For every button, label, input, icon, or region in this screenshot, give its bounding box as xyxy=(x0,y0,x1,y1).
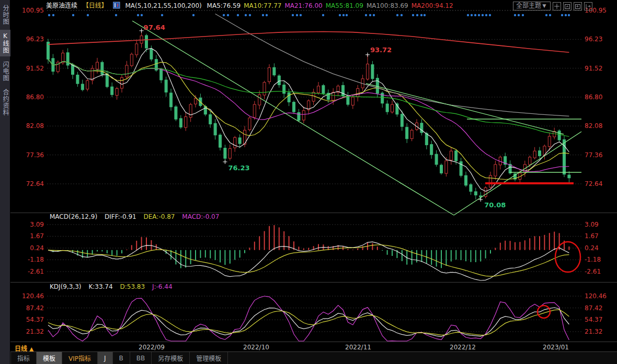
kdj-k: K:33.74 xyxy=(88,283,112,290)
y-axis-label: 72.64 xyxy=(585,180,602,187)
y-axis-label: 21.32 xyxy=(26,328,44,335)
y-axis-label: 91.52 xyxy=(26,65,44,72)
ma-values: MA5:76.59MA10:77.77MA21:76.00MA55:81.09M… xyxy=(207,2,456,9)
sidebar: 分时图K线图闪电图合约资料 xyxy=(0,0,10,364)
macd-diff: DIFF:-0.91 xyxy=(105,213,136,220)
anchor-cross xyxy=(478,197,483,202)
signal-dots xyxy=(48,14,570,16)
chart-canvas[interactable]: 100.95100.9596.2396.2391.5291.5286.8086.… xyxy=(0,0,617,364)
y-axis-label: 96.23 xyxy=(585,36,602,43)
price-annotation: 93.72 xyxy=(370,46,392,54)
y-axis-label: 86.80 xyxy=(26,93,44,101)
y-axis-label: 54.37 xyxy=(585,316,602,323)
y-axis-label: 86.80 xyxy=(585,93,602,101)
anchor-cross xyxy=(223,160,227,164)
y-axis-label: 87.42 xyxy=(585,304,602,312)
y-axis-label: -1.18 xyxy=(585,256,601,263)
x-axis-date: 2023/01 xyxy=(543,344,569,351)
sidebar-item-合约资料[interactable]: 合约资料 xyxy=(0,86,10,119)
ma-group-label: MA(5,10,21,55,100,200) xyxy=(125,2,202,9)
highlight-circle xyxy=(555,242,580,272)
y-axis-label: 3.09 xyxy=(585,221,599,228)
y-axis-label: 54.37 xyxy=(26,316,44,323)
header-controls: 全部主题▼ xyxy=(513,2,592,10)
anchor-cross xyxy=(365,53,370,57)
x-axis-date: 2022/11 xyxy=(345,344,371,351)
x-axis-date: 2022/10 xyxy=(243,344,269,351)
ma-value: MA10:77.77 xyxy=(244,2,281,9)
ma-value: MA55:81.09 xyxy=(326,2,363,9)
y-axis-label: 87.42 xyxy=(26,304,44,312)
kdj-label-row: KDJ(9,3,3) K:33.74 D:53.83 J:-6.44 xyxy=(50,283,178,290)
ma-value: MA100:83.69 xyxy=(367,2,408,9)
macd-name: MACD(26,12,9) xyxy=(50,213,97,220)
y-axis-label: 77.36 xyxy=(26,151,44,159)
tab-另存模板[interactable]: 另存模板 xyxy=(152,352,190,364)
trendline xyxy=(454,132,581,215)
y-axis-label: 1.67 xyxy=(30,232,44,240)
theme-dropdown-button[interactable]: 全部主题▼ xyxy=(513,2,551,10)
y-axis-label: 100.95 xyxy=(22,7,44,14)
pane-up-icon[interactable] xyxy=(563,2,572,10)
price-annotation: 97.64 xyxy=(144,24,165,31)
y-axis-label: 0.24 xyxy=(30,244,44,252)
y-axis-label: 1.67 xyxy=(585,232,599,240)
y-axis-label: 82.08 xyxy=(585,122,602,130)
tab-BB[interactable]: BB xyxy=(130,352,152,364)
kdj-name: KDJ(9,3,3) xyxy=(50,283,82,290)
ma-value: MA5:76.59 xyxy=(207,2,241,9)
bottom-tabs: 指标模板VIP指标JBBB另存模板管理模板 xyxy=(10,351,617,364)
tab-管理模板[interactable]: 管理模板 xyxy=(190,352,228,364)
crosshair-icon[interactable] xyxy=(553,2,561,10)
y-axis-label: 77.36 xyxy=(585,151,602,159)
y-axis-label: 82.08 xyxy=(26,122,44,130)
period-tag: 【日线】 xyxy=(83,2,108,9)
tab-指标[interactable]: 指标 xyxy=(10,352,37,364)
j-line xyxy=(48,296,569,341)
y-axis-label: -2.61 xyxy=(28,268,44,275)
kdj-d: D:53.83 xyxy=(120,283,145,290)
sidebar-item-闪电图[interactable]: 闪电图 xyxy=(0,58,10,84)
kline-chart-icon xyxy=(113,2,120,9)
kdj-j: J:-6.44 xyxy=(152,283,173,290)
tab-B[interactable]: B xyxy=(113,352,130,364)
y-axis-label: 21.32 xyxy=(585,328,602,335)
trading-app-window: 100.95100.9596.2396.2391.5291.5286.8086.… xyxy=(0,0,617,364)
trendline xyxy=(132,21,454,215)
symbol-title: 美原油连续 xyxy=(46,2,77,9)
ma-value: MA21:76.00 xyxy=(284,2,322,9)
tab-J[interactable]: J xyxy=(98,352,113,364)
tab-模板[interactable]: 模板 xyxy=(37,352,62,364)
pane-right-icon[interactable] xyxy=(574,2,582,10)
ma-value: MA200:94.12 xyxy=(412,2,453,9)
y-axis-label: 96.23 xyxy=(26,36,44,43)
anchor-cross xyxy=(140,29,144,33)
x-axis-date: 2022/09 xyxy=(139,344,165,351)
price-annotation: 76.23 xyxy=(228,164,249,172)
y-axis-label: 72.64 xyxy=(26,180,44,187)
k-line xyxy=(48,308,569,337)
price-annotation: 70.08 xyxy=(484,201,506,209)
y-axis-label: -1.18 xyxy=(28,256,44,263)
macd-dea: DEA:-0.87 xyxy=(144,213,175,220)
y-axis-label: 3.09 xyxy=(30,221,44,228)
y-axis-label: 0.24 xyxy=(585,244,599,252)
macd-value: MACD:-0.07 xyxy=(182,213,219,220)
tab-VIP指标[interactable]: VIP指标 xyxy=(62,352,98,364)
chart-header: 美原油连续 【日线】 MA(5,10,21,55,100,200) MA5:76… xyxy=(46,0,460,11)
diff-line xyxy=(48,242,569,280)
sidebar-item-分时图[interactable]: 分时图 xyxy=(0,2,10,28)
candlesticks xyxy=(47,31,570,199)
x-axis-date: 2022/12 xyxy=(450,344,476,351)
y-axis-label: -2.61 xyxy=(585,268,601,275)
y-axis-label: 91.52 xyxy=(585,65,602,72)
macd-label-row: MACD(26,12,9) DIFF:-0.91 DEA:-0.87 MACD:… xyxy=(50,213,224,220)
exit-icon[interactable] xyxy=(584,2,592,10)
ma200-line xyxy=(48,32,569,53)
macd-histogram xyxy=(48,225,569,268)
y-axis-label: 120.46 xyxy=(585,292,607,300)
y-axis-label: 120.46 xyxy=(22,292,44,300)
sidebar-item-K线图[interactable]: K线图 xyxy=(0,30,10,56)
